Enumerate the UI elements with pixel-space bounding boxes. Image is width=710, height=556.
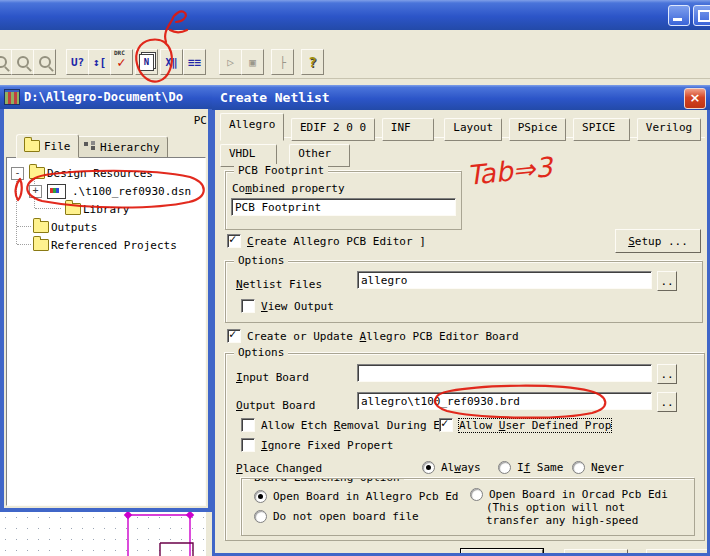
help-button[interactable]: ? <box>301 49 324 75</box>
folder-icon <box>65 203 81 215</box>
tab-edif[interactable]: EDIF 2 0 0 <box>291 118 375 141</box>
board-launching-legend: Board Launching Option <box>250 478 404 484</box>
maximize-button[interactable] <box>693 5 710 26</box>
netlist-files-browse-button[interactable]: .. <box>657 271 677 291</box>
input-board-input[interactable] <box>357 364 652 382</box>
open-allegro-radio[interactable]: Open Board in Allegro Pcb Ed <box>254 489 458 503</box>
project-titlebar[interactable]: D:\Allegro-Document\Do <box>0 85 212 109</box>
tab-allegro[interactable]: Allegro <box>220 113 284 141</box>
tree-item-design-resources[interactable]: Design Resources <box>29 164 153 182</box>
pointer-icon: ▷ <box>227 56 234 69</box>
scale-button[interactable]: ↕[ <box>88 49 111 75</box>
output-board-input[interactable] <box>357 392 652 410</box>
dialog-titlebar[interactable]: Create Netlist <box>212 85 710 110</box>
tree-connector <box>35 208 61 209</box>
project-window-icon <box>4 89 20 105</box>
close-icon: × <box>690 90 701 105</box>
help-dialog-button[interactable]: 帮助 <box>646 549 707 553</box>
project-body: PC File Hierarchy - <box>4 109 208 508</box>
hierarchy-tree-button[interactable]: ├ <box>271 49 294 75</box>
folder-icon <box>24 140 40 152</box>
tree-collapse-toggle[interactable]: - <box>11 167 24 180</box>
tree-connector <box>17 226 31 227</box>
options2-legend: Options <box>234 346 288 359</box>
do-not-open-radio[interactable]: Do not open board file <box>254 509 419 523</box>
do-not-open-label: Do not open board file <box>273 510 419 523</box>
options-group-2: Options Input Board .. Output Board .. A… <box>225 353 705 541</box>
ignore-fixed-label: Ignore Fixed Propert <box>261 439 393 452</box>
project-title: D:\Allegro-Document\Do <box>24 90 183 104</box>
tab-hierarchy[interactable]: Hierarchy <box>76 136 168 158</box>
folder-icon <box>33 239 49 251</box>
help-icon: ? <box>308 54 316 70</box>
input-board-label: Input Board <box>236 371 309 384</box>
project-tree: - Design Resources + .\t100_ref0930.dsn … <box>6 157 206 506</box>
snap-pointer-button[interactable]: ▷ <box>219 49 242 75</box>
combined-property-input[interactable] <box>231 198 456 216</box>
tree-item-library[interactable]: Library <box>65 200 129 218</box>
ok-button[interactable]: 确定 <box>461 549 543 553</box>
checkbox-checked-icon <box>227 329 241 343</box>
annotate-button[interactable]: U? <box>66 49 89 75</box>
schematic-block <box>160 543 193 556</box>
input-board-browse-button[interactable]: .. <box>657 364 677 384</box>
output-board-browse-button[interactable]: .. <box>657 392 677 412</box>
browse-label: .. <box>660 275 673 288</box>
tab-spice[interactable]: SPICE <box>573 118 630 141</box>
zoom-all-icon <box>39 56 51 68</box>
zoom-out-icon <box>17 56 29 68</box>
project-tabs: File Hierarchy <box>4 131 208 157</box>
tree-item-label: Library <box>83 203 129 216</box>
zoom-out-button[interactable] <box>11 49 34 75</box>
create-netlist-button[interactable]: N <box>135 49 158 75</box>
tab-file[interactable]: File <box>16 134 79 158</box>
tree-item-outputs[interactable]: Outputs <box>33 218 97 236</box>
tree-item-dsn[interactable]: .\t100_ref0930.dsn <box>47 182 191 200</box>
place-changed-never-radio[interactable]: Never <box>572 460 624 474</box>
folder-icon <box>29 167 45 179</box>
cross-reference-button[interactable]: X‖ <box>160 49 183 75</box>
create-allegro-editor-checkbox[interactable]: Create Allegro PCB Editor ] <box>227 234 426 248</box>
tree-item-label: Referenced Projects <box>51 239 177 252</box>
minimize-button[interactable] <box>668 5 690 26</box>
allow-user-defined-checkbox[interactable]: Allow User Defined Prop <box>439 418 611 432</box>
zoom-all-button[interactable] <box>33 49 56 75</box>
tab-inf[interactable]: INF <box>382 118 434 141</box>
radio-selected-icon <box>422 461 435 474</box>
schematic-canvas[interactable] <box>0 512 206 556</box>
view-output-checkbox[interactable]: View Output <box>241 299 334 313</box>
if-same-label: If Same <box>517 461 563 474</box>
cancel-button[interactable]: 取消 <box>564 549 628 553</box>
create-update-board-checkbox[interactable]: Create or Update Allegro PCB Editor Boar… <box>227 329 519 343</box>
checkbox-unchecked-icon <box>241 418 255 432</box>
combined-property-label: Combined property <box>232 182 345 195</box>
wire-junction <box>124 512 132 519</box>
drc-label: DRC <box>114 49 125 56</box>
tree-item-label: Outputs <box>51 221 97 234</box>
options-group-1: Options Netlist Files .. View Output <box>225 261 703 323</box>
tab-layout[interactable]: Layout <box>444 118 502 141</box>
tree-item-referenced-projects[interactable]: Referenced Projects <box>33 236 177 254</box>
place-changed-always-radio[interactable]: Always <box>422 460 481 474</box>
setup-button-label: Setup ... <box>628 235 688 248</box>
tree-expand-toggle[interactable]: + <box>29 185 42 198</box>
close-button[interactable]: × <box>684 88 706 109</box>
tab-verilog[interactable]: Verilog <box>637 118 701 141</box>
tab-pspice[interactable]: PSpice <box>509 118 567 141</box>
allow-etch-removal-checkbox[interactable]: Allow Etch Removal During E <box>241 418 440 432</box>
radio-unselected-icon <box>572 461 585 474</box>
part-editor-button[interactable]: ▣ <box>241 49 264 75</box>
open-orcad-radio[interactable]: Open Board in Orcad Pcb Edi <box>470 487 668 501</box>
drc-button[interactable]: DRC ✓ <box>110 49 133 75</box>
part-icon: ▣ <box>249 56 256 69</box>
setup-button[interactable]: Setup ... <box>615 229 701 253</box>
netlist-files-input[interactable] <box>357 271 652 289</box>
bom-button[interactable]: ≡≡ <box>183 49 206 75</box>
place-changed-ifsame-radio[interactable]: If Same <box>498 460 563 474</box>
checkbox-unchecked-icon <box>241 438 255 452</box>
ignore-fixed-checkbox[interactable]: Ignore Fixed Propert <box>241 438 393 452</box>
checkbox-unchecked-icon <box>241 299 255 313</box>
drc-check-icon: ✓ <box>117 54 125 70</box>
create-update-board-label: Create or Update Allegro PCB Editor Boar… <box>247 330 519 343</box>
cross-reference-icon: X‖ <box>165 57 177 68</box>
